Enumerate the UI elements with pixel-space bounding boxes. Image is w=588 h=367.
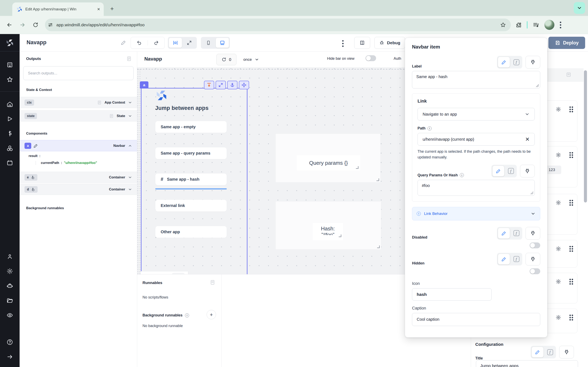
caption-input[interactable]: Cool caption — [412, 313, 540, 326]
path-input[interactable]: u/henri/navapp (current app) ✕ — [417, 133, 535, 146]
info-icon[interactable]: i — [460, 173, 464, 177]
windmill-logo[interactable] — [6, 39, 14, 47]
query-params-container[interactable]: Query params {} — [276, 133, 380, 183]
tab-search-chevron-button[interactable] — [574, 2, 585, 14]
connect-plug-button[interactable] — [526, 227, 540, 240]
clear-path-icon[interactable]: ✕ — [525, 136, 530, 142]
bookmark-star-icon[interactable] — [500, 22, 506, 28]
info-icon[interactable]: i — [428, 126, 432, 131]
redo-button[interactable] — [148, 40, 164, 45]
drag-handle-icon[interactable] — [570, 315, 573, 320]
resize-grip[interactable] — [376, 178, 379, 181]
panel-scrollbar[interactable] — [584, 70, 587, 202]
sidebar-item-home[interactable] — [0, 97, 20, 111]
centered-layout-button[interactable] — [169, 38, 182, 48]
info-icon[interactable]: i — [185, 313, 189, 317]
connect-plug-button[interactable] — [559, 346, 574, 359]
panel-doc-icon[interactable] — [126, 56, 132, 61]
add-background-runnable-button[interactable]: + — [207, 310, 216, 319]
gear-icon[interactable] — [555, 200, 561, 206]
drag-handle-icon[interactable] — [570, 279, 573, 285]
icon-input[interactable]: hash — [412, 288, 492, 300]
expression-editor-button[interactable]: f — [506, 166, 516, 176]
chevron-down-icon[interactable] — [128, 114, 132, 118]
drag-handle-icon[interactable] — [570, 200, 573, 206]
expression-editor-button[interactable]: f — [511, 254, 521, 264]
sidebar-item-resources[interactable] — [0, 141, 20, 156]
browser-tab[interactable]: Edit App u/henri/navapp | Win × — [12, 2, 104, 16]
connect-plug-button[interactable] — [520, 165, 535, 177]
sidebar-item-schedules[interactable] — [0, 156, 20, 170]
site-settings-icon[interactable] — [48, 22, 53, 27]
link-behavior-disclosure[interactable]: i Link Behavior — [412, 207, 540, 220]
fullscreen-layout-button[interactable] — [183, 38, 196, 48]
nav-item-other-app[interactable]: Other app — [155, 226, 227, 238]
gear-icon[interactable] — [555, 106, 561, 112]
drag-handle-icon[interactable] — [570, 152, 573, 158]
deploy-button[interactable]: Deploy — [548, 37, 585, 49]
state-row[interactable]: state State — [20, 110, 137, 122]
tab-close-icon[interactable]: × — [97, 7, 100, 12]
sidebar-expand-icon[interactable] — [0, 350, 20, 364]
container-e-row[interactable]: e Container — [20, 172, 137, 183]
gear-icon[interactable] — [555, 152, 561, 158]
toolbar-menu-icon[interactable] — [342, 39, 344, 48]
desktop-view-button[interactable] — [216, 38, 229, 48]
sidebar-item-users[interactable] — [0, 249, 20, 264]
chevron-up-icon[interactable] — [128, 144, 132, 148]
sidebar-item-help[interactable] — [0, 335, 20, 350]
connect-plug-button[interactable] — [526, 56, 540, 68]
gear-icon[interactable] — [555, 246, 561, 252]
expand-down-icon[interactable] — [204, 81, 214, 89]
resize-grip[interactable] — [377, 245, 380, 248]
static-editor-button[interactable] — [493, 166, 504, 176]
sidebar-item-folders[interactable] — [0, 293, 20, 308]
refresh-mode-select[interactable]: once — [241, 54, 261, 65]
layout-columns-icon[interactable] — [210, 280, 215, 285]
sidebar-item-favorites[interactable] — [0, 72, 20, 87]
sidebar-item-audit[interactable] — [0, 308, 20, 323]
hidden-toggle[interactable] — [530, 268, 540, 274]
debug-button[interactable]: Debug — [374, 37, 405, 49]
forward-icon[interactable] — [16, 22, 29, 28]
search-outputs-input[interactable]: Search outputs... — [23, 66, 134, 80]
move-icon[interactable] — [239, 81, 249, 89]
chevron-down-icon[interactable] — [128, 187, 132, 192]
undo-button[interactable] — [131, 40, 148, 45]
static-editor-button[interactable] — [532, 347, 544, 358]
static-editor-button[interactable] — [498, 228, 510, 239]
connect-plug-button[interactable] — [526, 253, 540, 266]
label-textarea[interactable]: Same app - hash — [412, 71, 540, 89]
url-text[interactable]: app.windmill.dev/apps/edit/u/henri/navap… — [56, 22, 497, 27]
link-type-select[interactable]: Navigate to an app — [417, 108, 535, 120]
panel-doc-icon[interactable] — [566, 72, 571, 77]
chevron-down-icon[interactable] — [128, 100, 132, 105]
resize-grip[interactable] — [536, 84, 539, 87]
reload-icon[interactable] — [29, 22, 42, 28]
disabled-toggle[interactable] — [530, 242, 540, 248]
qpoh-textarea[interactable]: #foo — [417, 180, 535, 196]
chevron-down-icon[interactable] — [128, 175, 132, 179]
gear-icon[interactable] — [555, 315, 561, 320]
resize-grip[interactable] — [339, 234, 341, 237]
sidebar-item-settings[interactable] — [0, 264, 20, 278]
gear-icon[interactable] — [555, 279, 561, 284]
navbar-component-row[interactable]: a Navbar — [20, 140, 137, 151]
url-bar[interactable]: app.windmill.dev/apps/edit/u/henri/navap… — [45, 18, 511, 31]
result-tree[interactable]: result : currentPath : "u/henri/navapp#f… — [20, 154, 137, 165]
media-playlist-icon[interactable] — [533, 22, 539, 28]
sidebar-item-workers[interactable] — [0, 278, 20, 293]
back-icon[interactable] — [3, 22, 16, 28]
zoom-in-button[interactable]: + — [172, 273, 185, 274]
sidebar-item-workspace[interactable] — [0, 58, 20, 72]
title-input[interactable]: Jump between apps — [476, 360, 578, 367]
rename-pencil-icon[interactable] — [121, 40, 126, 45]
new-tab-button[interactable]: + — [110, 5, 114, 12]
container-d-row[interactable]: d Container — [20, 184, 137, 195]
nav-item-query-params[interactable]: Same app - query params — [155, 147, 227, 159]
expression-editor-button[interactable]: f — [545, 347, 555, 357]
browser-menu-icon[interactable] — [560, 20, 562, 30]
expression-editor-button[interactable]: f — [511, 57, 521, 67]
refresh-button[interactable]: 0 — [216, 54, 236, 65]
nav-item-external[interactable]: External link — [155, 200, 227, 211]
